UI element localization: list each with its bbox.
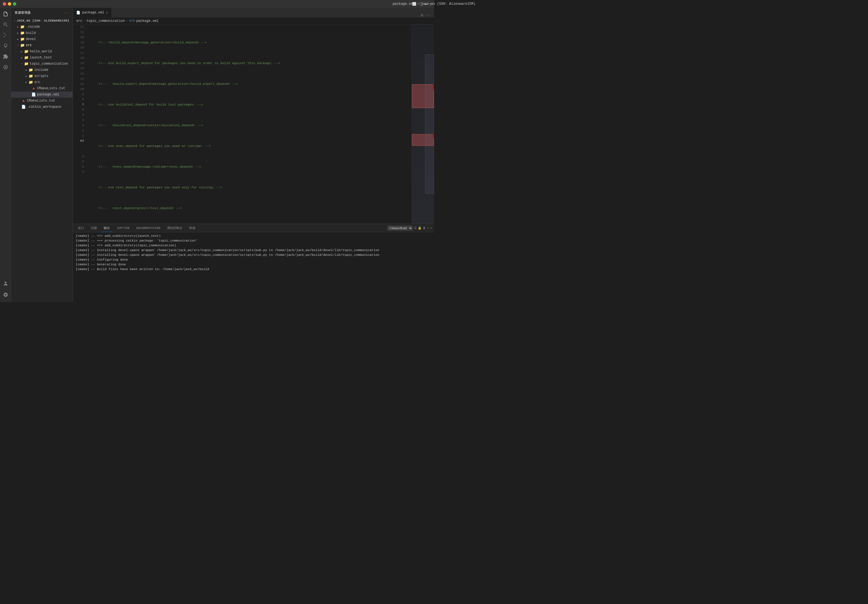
term-tab-jupyter[interactable]: JUPYTER	[114, 224, 132, 232]
sidebar-item-scripts[interactable]: ▶ 📁 scripts	[11, 73, 73, 79]
sidebar-more-icon[interactable]: ···	[63, 11, 69, 15]
sidebar-header: 资源管理器 ···	[11, 8, 73, 18]
term-line-6: [cmake] -- Configuring done	[76, 257, 431, 262]
launch-test-arrow: ▶	[20, 56, 24, 59]
sidebar-item-topic-communication[interactable]: ▾ 📁 topic_communication	[11, 61, 73, 67]
build-label: build	[26, 31, 73, 35]
activity-git-icon[interactable]	[0, 30, 11, 40]
src-arrow: ▾	[16, 44, 20, 47]
terminal-lock-icon[interactable]: 🔒	[418, 226, 422, 230]
topic-communication-folder-icon: 📁	[24, 62, 29, 66]
tab-close-button[interactable]: ✕	[106, 11, 108, 15]
src-folder-icon: 📁	[20, 43, 25, 48]
scripts-folder-icon: 📁	[29, 74, 33, 78]
term-tab-debug[interactable]: 调试控制台	[164, 224, 185, 232]
sidebar-item-cmakelists-inner[interactable]: ▶ 🔺 CMakeLists.txt	[11, 85, 73, 91]
sidebar-item-build[interactable]: ▶ 📁 build	[11, 30, 73, 36]
activity-extensions-icon[interactable]	[0, 51, 11, 62]
code-line-15: <!-- Use test_depend for packages you ne…	[90, 185, 412, 190]
output-source-select[interactable]: CMake/Build	[387, 226, 413, 231]
close-button[interactable]	[3, 2, 6, 6]
editor-area: 📄 package.xml ✕ ⧉ ··· src › topic_commun…	[73, 8, 434, 302]
minimize-button[interactable]	[8, 2, 11, 6]
minimap-content	[412, 24, 434, 224]
window-controls[interactable]	[3, 2, 16, 6]
src-inner-folder-icon: 📁	[29, 80, 33, 85]
term-line-5: [cmake] -- Installing devel-space wrappe…	[76, 252, 431, 257]
include-folder-icon: 📁	[29, 68, 33, 72]
breadcrumb-sep2: ›	[126, 19, 128, 23]
term-line-1: [cmake] -- ==> add_subdirectory(launch_t…	[76, 233, 431, 238]
src-inner-arrow: ▶	[24, 81, 29, 84]
minimap	[412, 24, 434, 224]
activity-debug-icon[interactable]	[0, 41, 11, 51]
minimap-viewport	[425, 54, 434, 194]
hello-world-label: hello_world	[30, 49, 73, 54]
sidebar-item-include[interactable]: ▶ 📁 include	[11, 67, 73, 73]
breadcrumb: src › topic_communication › </> package.…	[73, 18, 434, 24]
term-line-8: [cmake] -- Build files have been written…	[76, 267, 431, 272]
app-body: 资源管理器 ··· ▾ JACK_WS [SSH: ALIENWARE15M] …	[0, 8, 434, 302]
terminal-right-info: CMake/Build ☰ 🔒 🗑 ⬆ ✕	[387, 226, 432, 231]
terminal-maximize-icon[interactable]: ⬆	[427, 226, 429, 230]
sidebar-item-vscode[interactable]: ▶ 📁 .vscode	[11, 24, 73, 30]
editor-actions: ⧉ ···	[421, 14, 434, 17]
activity-explorer-icon[interactable]	[0, 9, 11, 19]
code-line-17: <!-- Use exec_depend for packages you ne…	[90, 144, 412, 149]
activity-settings-icon[interactable]	[0, 290, 11, 300]
devel-arrow: ▶	[16, 38, 20, 41]
sidebar-item-launch-test[interactable]: ▶ 📁 launch_test	[11, 54, 73, 61]
breadcrumb-file[interactable]: package.xml	[136, 19, 158, 23]
src-label: src	[26, 43, 73, 47]
code-line-18: <!-- <buildtool_depend>catkin</buildtool…	[90, 123, 412, 128]
terminal-content[interactable]: [cmake] -- ==> add_subdirectory(launch_t…	[73, 232, 434, 302]
terminal-close-icon[interactable]: ✕	[430, 226, 432, 230]
build-folder-icon: 📁	[20, 31, 25, 35]
src-inner-label: src	[34, 80, 73, 84]
tab-label: package.xml	[82, 11, 104, 15]
more-actions-icon[interactable]: ···	[425, 14, 431, 17]
term-tab-port[interactable]: 堂口	[75, 224, 87, 232]
sidebar-item-src-inner[interactable]: ▶ 📁 src	[11, 79, 73, 85]
activity-search-icon[interactable]	[0, 20, 11, 30]
term-tab-documentation[interactable]: DOCUMENTATION	[133, 224, 163, 232]
activity-bottom-icons	[0, 278, 11, 300]
package-xml-label: package.xml	[37, 93, 70, 97]
sidebar-item-devel[interactable]: ▶ 📁 devel	[11, 36, 73, 42]
build-arrow: ▶	[16, 32, 20, 35]
sidebar-content: ▾ JACK_WS [SSH: ALIENWARE15M] ▶ 📁 .vscod…	[11, 18, 73, 302]
sidebar-item-cmakelists-root[interactable]: ▶ 🔺 CMakeLists.txt	[11, 98, 73, 104]
code-content[interactable]: <!-- <build_depend>message_generation</b…	[87, 24, 412, 224]
breadcrumb-src[interactable]: src	[76, 19, 82, 23]
code-line-22: <!-- <build_depend>message_generation</b…	[90, 40, 412, 45]
sidebar-item-catkin-workspace[interactable]: ▶ 📄 .catkin_workspace	[11, 104, 73, 110]
split-editor-icon[interactable]: ⧉	[421, 14, 423, 17]
titlebar: package.xml — jack_ws (SSH: Alienware15M…	[0, 0, 434, 8]
terminal-clear-icon[interactable]: 🗑	[423, 226, 426, 230]
terminal-list-icon[interactable]: ☰	[414, 226, 417, 230]
hello-world-folder-icon: 📁	[24, 49, 29, 54]
term-tab-terminal[interactable]: 终端	[186, 224, 198, 232]
vscode-label: .vscode	[26, 25, 73, 29]
sidebar-item-package-xml[interactable]: ▶ 📄 package.xml →	[11, 91, 73, 98]
catkin-workspace-label: .catkin_workspace	[27, 105, 73, 109]
launch-test-folder-icon: 📁	[24, 56, 29, 60]
term-tab-output[interactable]: 输出	[101, 224, 113, 232]
code-line-21: <!-- Use build_export_depend for package…	[90, 61, 412, 66]
sidebar-workspace-root[interactable]: ▾ JACK_WS [SSH: ALIENWARE15M]	[11, 18, 73, 24]
devel-folder-icon: 📁	[20, 37, 25, 42]
term-tab-problems[interactable]: 问题	[88, 224, 100, 232]
cmakelists-inner-icon: 🔺	[31, 86, 36, 91]
tab-package-xml[interactable]: 📄 package.xml ✕	[73, 8, 112, 17]
window-title: package.xml — jack_ws (SSH: Alienware15M…	[392, 2, 434, 6]
breadcrumb-topic[interactable]: topic_communication	[87, 19, 125, 23]
sidebar-item-src[interactable]: ▾ 📁 src	[11, 42, 73, 48]
activity-account-icon[interactable]	[0, 278, 11, 289]
code-line-19: <!-- Use buildtool_depend for build tool…	[90, 102, 412, 108]
activity-ros-icon[interactable]	[0, 62, 11, 72]
scripts-arrow: ▶	[24, 75, 29, 78]
sidebar-item-hello-world[interactable]: ▶ 📁 hello_world	[11, 48, 73, 54]
maximize-button[interactable]	[13, 2, 16, 6]
code-editor[interactable]: 2221201918 1716151413 12111098 7 654321 …	[73, 24, 412, 224]
tab-file-icon: 📄	[76, 11, 81, 15]
